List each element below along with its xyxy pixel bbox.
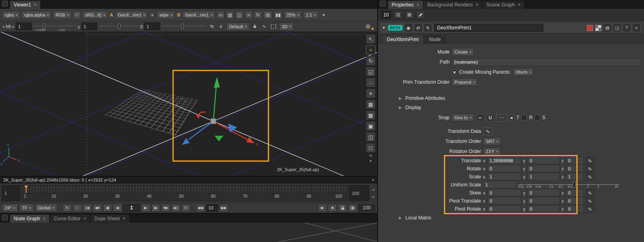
saturation-field[interactable]: 1: [144, 23, 160, 30]
viewport-3d[interactable]: x Y X Z 2K_Super_35(full-ap) ↖ + ↻ ◱ ∴: [0, 32, 377, 176]
gamma-slider[interactable]: [99, 23, 139, 31]
selection-rectangle[interactable]: [173, 70, 268, 161]
step-forward-button[interactable]: |▶: [151, 204, 160, 212]
node-name-field[interactable]: GeoXformPrim1: [434, 24, 543, 32]
snap-mode-dropdown[interactable]: Geo to▾: [452, 114, 474, 122]
status-chevron-icon[interactable]: ▾: [372, 178, 374, 182]
select-tool-button[interactable]: ↖: [366, 34, 376, 44]
node-gl-color-swatch[interactable]: [595, 25, 601, 31]
mirror-icon[interactable]: ◫: [235, 11, 243, 19]
gizmo-rotate-arrowhead[interactable]: [196, 114, 200, 119]
view-mode-3d-dropdown[interactable]: 3D▾: [279, 23, 294, 31]
pane-toggle-button[interactable]: ◫: [366, 132, 376, 142]
skew-z-field[interactable]: 0: [566, 189, 584, 196]
animation-curve-icon[interactable]: ∿: [586, 173, 594, 180]
saturation-slider[interactable]: [161, 23, 206, 31]
zoom-dropdown[interactable]: 25%▾: [284, 11, 302, 19]
stack-icon[interactable]: ⊟: [394, 11, 402, 19]
pivot-rotate-x-field[interactable]: 0: [487, 205, 521, 213]
chevron-down-icon[interactable]: ▾: [369, 159, 372, 163]
ruler-tick-band[interactable]: [22, 186, 347, 193]
gain-field[interactable]: 1: [16, 23, 32, 30]
animation-curve-icon[interactable]: ∿: [586, 189, 594, 196]
rotate-tool-button[interactable]: ↻: [366, 56, 376, 66]
out-point-button[interactable]: O: [182, 204, 190, 212]
mode-dropdown[interactable]: Create▾: [452, 48, 474, 56]
postage-stamp-icon[interactable]: ▤: [604, 24, 611, 31]
scale-x-field[interactable]: 1: [487, 173, 521, 180]
format-box-icon[interactable]: ▭: [217, 11, 225, 19]
path-field[interactable]: {nodename}: [452, 58, 641, 66]
tab-curve-editor[interactable]: Curve Editor ×: [50, 215, 90, 223]
translate-tool-button[interactable]: +: [366, 45, 376, 55]
sync-icon[interactable]: ⇆: [208, 23, 216, 31]
tab-dope-sheet[interactable]: Dope Sheet ×: [91, 215, 129, 223]
translate-y-field[interactable]: 0: [527, 157, 559, 164]
step-back-button[interactable]: ◀|: [103, 204, 112, 212]
tab-scene-graph[interactable]: Scene Graph ×: [483, 1, 524, 9]
prev-keyframe-button[interactable]: ◀●: [93, 204, 102, 212]
flipbook-play-icon[interactable]: ▶: [318, 204, 327, 212]
snap-scale-checkbox[interactable]: [535, 115, 540, 120]
transform-data-icon[interactable]: ∿: [483, 127, 493, 135]
gain-slider-handle[interactable]: [43, 24, 45, 29]
pause-icon[interactable]: ▮▮: [274, 11, 283, 19]
node-color-swatch[interactable]: [587, 25, 593, 31]
go-to-start-button[interactable]: |◀: [83, 204, 92, 212]
rotate-x-field[interactable]: 0: [487, 165, 521, 172]
close-icon[interactable]: ×: [518, 2, 520, 7]
tab-background-renders[interactable]: Background Renders ×: [424, 1, 482, 9]
translate-z-field[interactable]: 0: [566, 157, 584, 164]
close-icon[interactable]: ×: [34, 2, 37, 7]
frame-step-field[interactable]: 10: [206, 204, 218, 212]
stop-icon[interactable]: ■: [328, 204, 337, 212]
gear-icon[interactable]: [263, 11, 272, 19]
input-a-dropdown[interactable]: GeoX...rim1▾: [115, 11, 148, 19]
range-scope-dropdown[interactable]: Global▾: [35, 204, 57, 212]
colorspace-dropdown[interactable]: sRG...lt)▾: [82, 11, 107, 19]
display-section[interactable]: ▶ Display: [378, 103, 644, 112]
grid-display-button[interactable]: ▦: [366, 99, 376, 109]
pivot-rotate-y-field[interactable]: 0: [527, 205, 559, 213]
input-b-dropdown[interactable]: GeoX...rim1▾: [182, 11, 215, 19]
magnet-icon[interactable]: [486, 114, 494, 122]
close-icon[interactable]: ×: [417, 2, 419, 7]
tab-geoxformprim[interactable]: GeoXformPrim: [382, 35, 423, 43]
skew-x-field[interactable]: 0: [487, 189, 521, 196]
lightning-icon[interactable]: ↯: [424, 24, 431, 31]
tab-properties[interactable]: Properties ×: [388, 1, 423, 9]
rotation-order-dropdown[interactable]: ZXY▾: [483, 147, 501, 155]
gizmo-plane-handle-green[interactable]: [215, 136, 223, 141]
pane-menu-button[interactable]: [2, 1, 8, 6]
uniform-scale-field[interactable]: 1: [483, 181, 516, 188]
snap-rotate-checkbox[interactable]: [521, 115, 527, 120]
pivot-translate-z-field[interactable]: 0: [566, 197, 584, 205]
uniform-scale-handle[interactable]: [573, 182, 576, 188]
alpha-channel-dropdown[interactable]: rgba.alpha▾: [21, 11, 52, 19]
more-options-icon[interactable]: ⋯: [496, 114, 507, 122]
toolbar-overflow-icon[interactable]: ▾: [320, 11, 328, 19]
close-icon[interactable]: ×: [83, 216, 86, 221]
flipbook-icon[interactable]: ▦: [348, 204, 357, 212]
transform-order-dropdown[interactable]: SRT▾: [483, 137, 501, 145]
dot-ring-icon[interactable]: ◉: [405, 24, 412, 31]
range-start-field[interactable]: 1: [2, 185, 20, 201]
layout-bars-button[interactable]: ≡: [366, 89, 376, 98]
tf-dropdown[interactable]: TF▾: [19, 204, 34, 212]
loop-mode-icon[interactable]: ↻: [63, 204, 72, 212]
grid-overlay-icon[interactable]: #: [217, 23, 225, 31]
timeline-ruler[interactable]: 1 10 20 30 40 50 60 70 80 90 100: [21, 185, 348, 201]
clear-bin-icon[interactable]: ⊠: [405, 11, 414, 19]
rotate-z-field[interactable]: 0: [566, 165, 584, 172]
expand-icon[interactable]: ▼: [382, 26, 386, 30]
tab-node[interactable]: Node: [424, 35, 446, 43]
chevron-down-icon[interactable]: ▾: [372, 195, 374, 199]
pane-menu-button[interactable]: [380, 1, 386, 6]
close-panel-icon[interactable]: ×: [633, 24, 640, 31]
play-backward-button[interactable]: ◀: [113, 204, 122, 212]
region-select-button[interactable]: ◻: [366, 143, 376, 153]
section-arrow-icon[interactable]: ▶: [399, 216, 402, 220]
lock-icon[interactable]: [338, 204, 347, 212]
close-icon[interactable]: ×: [123, 216, 126, 221]
prim-transform-order-dropdown[interactable]: Prepend▾: [452, 78, 478, 86]
